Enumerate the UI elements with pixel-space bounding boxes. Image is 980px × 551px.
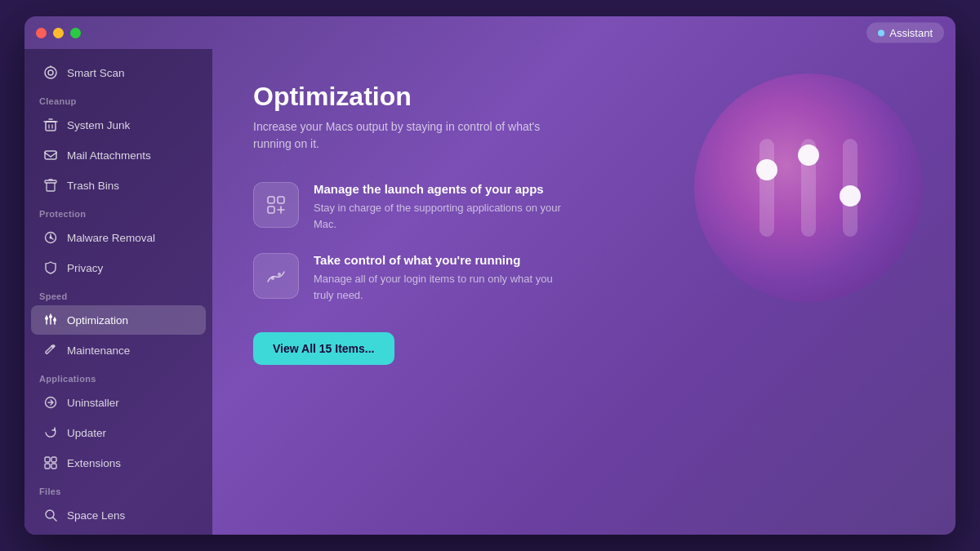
titlebar: Assistant [24, 16, 956, 49]
svg-point-19 [46, 510, 54, 518]
trash-bins-icon [42, 177, 59, 193]
feature-desc: Manage all of your login items to run on… [314, 271, 575, 303]
sidebar: Smart Scan Cleanup System Junk [24, 49, 212, 535]
sidebar-section-protection: Protection [24, 201, 212, 222]
hero-circle [694, 73, 923, 302]
sidebar-item-label: System Junk [67, 119, 130, 131]
sidebar-item-label: Malware Removal [67, 232, 155, 244]
updater-icon [42, 424, 59, 441]
svg-rect-18 [51, 464, 56, 469]
svg-point-0 [45, 67, 56, 78]
optimization-icon [42, 312, 59, 328]
sidebar-section-cleanup: Cleanup [24, 88, 212, 109]
page-subtitle: Increase your Macs output by staying in … [253, 118, 580, 153]
sidebar-item-updater[interactable]: Updater [31, 418, 206, 447]
svg-point-27 [840, 185, 861, 207]
sidebar-item-label: Space Lens [67, 509, 125, 522]
svg-rect-29 [278, 197, 284, 203]
svg-rect-22 [760, 139, 774, 237]
sidebar-section-speed: Speed [24, 283, 212, 304]
assistant-dot-icon [878, 29, 884, 36]
app-window: Assistant Smart Scan Cleanup [24, 16, 956, 535]
content-area: Smart Scan Cleanup System Junk [24, 49, 956, 535]
svg-point-11 [45, 317, 48, 320]
svg-point-1 [48, 70, 53, 75]
sidebar-item-extensions[interactable]: Extensions [31, 448, 206, 478]
sidebar-item-label: Mail Attachments [67, 149, 151, 162]
sidebar-item-label: Updater [67, 427, 106, 439]
extensions-icon [42, 455, 59, 471]
sidebar-item-system-junk[interactable]: System Junk [31, 110, 206, 140]
svg-rect-30 [268, 207, 274, 213]
svg-rect-17 [45, 464, 50, 469]
feature-title: Take control of what you're running [314, 253, 575, 267]
sidebar-item-optimization[interactable]: Optimization [31, 305, 206, 335]
sidebar-item-label: Optimization [67, 314, 128, 327]
svg-rect-4 [45, 151, 56, 159]
maximize-button[interactable] [70, 28, 81, 38]
minimize-button[interactable] [53, 28, 64, 38]
sidebar-item-trash-bins[interactable]: Trash Bins [31, 171, 206, 200]
sidebar-section-applications: Applications [24, 366, 212, 387]
sidebar-item-maintenance[interactable]: Maintenance [31, 335, 206, 365]
hero-graphic [694, 73, 923, 302]
assistant-label: Assistant [889, 27, 933, 39]
sidebar-item-label: Maintenance [67, 344, 130, 357]
svg-line-20 [53, 518, 56, 521]
svg-rect-15 [45, 457, 50, 462]
mail-attachments-icon [42, 147, 59, 163]
launch-agents-icon [253, 182, 299, 228]
feature-title: Manage the launch agents of your apps [314, 182, 575, 196]
equalizer-graphic [735, 114, 882, 261]
feature-desc: Stay in charge of the supporting applica… [314, 200, 575, 232]
view-all-button[interactable]: View All 15 Items... [253, 332, 394, 365]
svg-point-31 [271, 277, 274, 280]
svg-rect-3 [46, 122, 56, 131]
svg-point-7 [50, 237, 52, 239]
sidebar-item-label: Uninstaller [67, 397, 119, 409]
svg-point-12 [49, 315, 52, 318]
main-content: Optimization Increase your Macs output b… [212, 49, 956, 535]
sidebar-item-mail-attachments[interactable]: Mail Attachments [31, 140, 206, 170]
traffic-lights [36, 28, 81, 38]
sidebar-item-smart-scan[interactable]: Smart Scan [31, 58, 206, 87]
uninstaller-icon [42, 394, 59, 411]
svg-rect-5 [45, 180, 56, 183]
system-junk-icon [42, 117, 59, 133]
maintenance-icon [42, 342, 59, 358]
sidebar-item-privacy[interactable]: Privacy [31, 253, 206, 282]
feature-text-login-items: Take control of what you're running Mana… [314, 253, 575, 303]
svg-point-23 [756, 159, 777, 180]
space-lens-icon [42, 507, 59, 523]
svg-rect-16 [51, 457, 56, 462]
sidebar-item-label: Smart Scan [67, 67, 125, 79]
sidebar-item-label: Extensions [67, 457, 121, 469]
malware-removal-icon [42, 229, 59, 246]
feature-text-launch-agents: Manage the launch agents of your apps St… [314, 182, 575, 232]
sidebar-section-files: Files [24, 478, 212, 500]
sidebar-item-space-lens[interactable]: Space Lens [31, 500, 206, 530]
sidebar-item-label: Privacy [67, 262, 103, 274]
login-items-icon [253, 253, 299, 299]
sidebar-item-uninstaller[interactable]: Uninstaller [31, 388, 206, 417]
sidebar-item-large-old-files[interactable]: Large & Old Files [31, 531, 206, 535]
svg-point-32 [278, 273, 281, 276]
assistant-button[interactable]: Assistant [866, 23, 944, 43]
svg-rect-28 [268, 197, 274, 203]
privacy-icon [42, 260, 59, 276]
sidebar-item-malware-removal[interactable]: Malware Removal [31, 223, 206, 252]
svg-point-25 [798, 144, 819, 166]
svg-point-13 [53, 318, 56, 322]
smart-scan-icon [42, 64, 59, 81]
sidebar-item-label: Trash Bins [67, 180, 119, 192]
close-button[interactable] [36, 28, 47, 38]
